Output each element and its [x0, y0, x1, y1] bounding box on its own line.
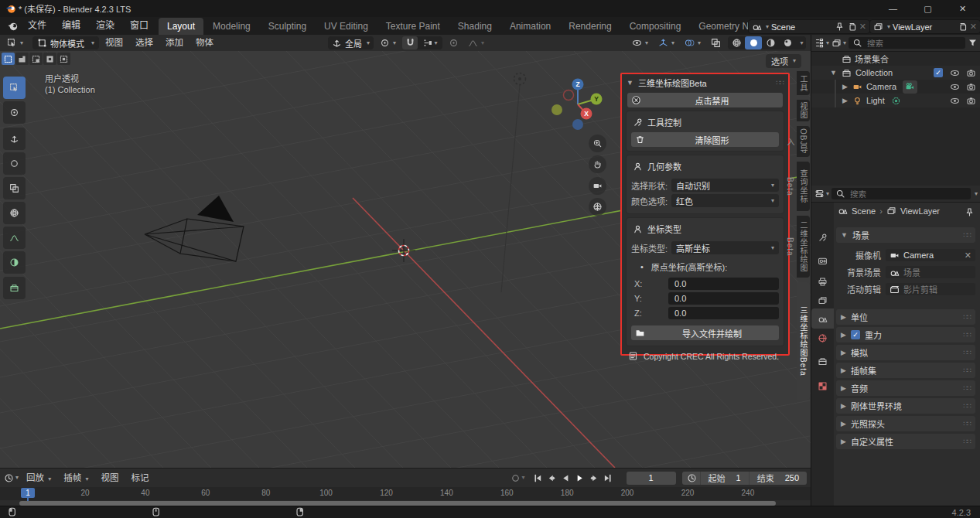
timeline-menu-插帧[interactable]: 插帧 ▾: [57, 470, 94, 486]
outliner-item-label[interactable]: Camera: [866, 82, 896, 91]
shading-options-button[interactable]: ▾: [796, 36, 806, 49]
properties-panel-光照探头[interactable]: ▶光照探头∷∷: [836, 416, 975, 431]
previous-keyframe-button[interactable]: [545, 472, 558, 484]
breadcrumb-pin-icon[interactable]: [965, 207, 975, 217]
pin-icon[interactable]: [835, 22, 845, 32]
menu-渲染[interactable]: 渲染: [88, 17, 122, 35]
properties-panel-刚体世界环境[interactable]: ▶刚体世界环境∷∷: [836, 398, 975, 414]
jump-to-start-button[interactable]: [531, 472, 545, 484]
zoom-view-button[interactable]: [589, 135, 606, 152]
play-button[interactable]: [573, 472, 586, 484]
pan-view-button[interactable]: [589, 155, 606, 173]
panel-grip[interactable]: ∷∷: [964, 313, 971, 321]
outliner-row-light[interactable]: ▶Light: [811, 94, 980, 107]
outliner-search-input[interactable]: [866, 38, 961, 49]
panel-grip[interactable]: ∷∷: [964, 331, 971, 339]
color-select[interactable]: 红色▾: [671, 194, 779, 207]
timeline-menu-标记[interactable]: 标记: [125, 470, 155, 486]
panel-grip[interactable]: ∷∷: [964, 402, 971, 410]
properties-search-input[interactable]: [849, 189, 967, 199]
shading-wireframe-button[interactable]: [728, 36, 745, 49]
scene-selector[interactable]: ▾ Scene ✕: [748, 19, 870, 34]
next-keyframe-button[interactable]: [587, 472, 600, 484]
viewlayer-selector[interactable]: ▾ ViewLayer ✕: [869, 19, 980, 34]
close-button[interactable]: ✕: [945, 0, 980, 17]
outliner-row-collection[interactable]: ▼Collection✓: [811, 66, 980, 80]
properties-editor-type-button[interactable]: ▾: [814, 189, 829, 199]
field-value[interactable]: Camera✕: [886, 249, 975, 261]
show-gizmo-button[interactable]: ▾: [655, 36, 678, 49]
properties-panel-单位[interactable]: ▶单位∷∷: [836, 309, 975, 325]
panel-grip[interactable]: ∷∷: [777, 79, 784, 87]
expand-caret[interactable]: ▶: [842, 83, 848, 90]
hide-eye-icon[interactable]: [950, 68, 960, 78]
field-value[interactable]: 场景: [886, 266, 975, 278]
panel-grip[interactable]: ∷∷: [964, 366, 971, 374]
render-visibility-icon[interactable]: [966, 96, 976, 106]
render-visibility-icon[interactable]: [966, 68, 976, 78]
snap-toggle[interactable]: [402, 36, 418, 49]
clear-graphics-button[interactable]: 清除图形: [631, 132, 779, 147]
shape-select[interactable]: 自动识别▾: [671, 179, 779, 192]
add-cube-tool-button[interactable]: [3, 277, 26, 299]
scale-tool-button[interactable]: [3, 177, 26, 199]
scene-panel-header[interactable]: ▼ 场景 ∷∷: [836, 227, 975, 243]
outliner-editor-type-button[interactable]: ▾: [814, 38, 829, 48]
workspace-tab-compositing[interactable]: Compositing: [621, 18, 690, 35]
properties-panel-重力[interactable]: ▶✓重力∷∷: [836, 327, 975, 342]
x-input[interactable]: 0.0: [668, 278, 779, 290]
outliner-search[interactable]: [849, 37, 965, 49]
disable-button[interactable]: 点击禁用: [627, 93, 783, 107]
panel-grip[interactable]: ∷∷: [964, 438, 971, 445]
move-tool-button[interactable]: [3, 128, 26, 150]
current-frame-field[interactable]: 1: [627, 472, 676, 485]
hide-eye-icon[interactable]: [950, 82, 960, 92]
outliner-row-camera[interactable]: ▶Camera: [811, 80, 980, 94]
playhead-chip[interactable]: 1: [21, 488, 35, 498]
workspace-tab-modeling[interactable]: Modeling: [204, 18, 259, 35]
workspace-tab-sculpting[interactable]: Sculpting: [260, 18, 315, 35]
timeline-editor-type-button[interactable]: ▾: [4, 473, 19, 483]
auto-keying-button[interactable]: ▾: [510, 473, 525, 483]
properties-tab-texture[interactable]: [811, 376, 834, 396]
pivot-point-button[interactable]: ▾: [377, 36, 399, 49]
shading-solid-button[interactable]: [745, 36, 762, 49]
y-input[interactable]: 0.0: [668, 292, 779, 305]
rotate-tool-button[interactable]: [3, 152, 26, 175]
transform-tool-button[interactable]: [3, 202, 26, 224]
shading-rendered-button[interactable]: [779, 36, 796, 49]
select-set-button[interactable]: [2, 53, 15, 65]
proportional-falloff-button[interactable]: ▾: [465, 36, 487, 49]
app-menu-icon[interactable]: [7, 20, 19, 33]
proportional-edit-toggle[interactable]: [446, 36, 462, 49]
panel-grip[interactable]: ∷∷: [964, 231, 971, 239]
timeline-menu-视图[interactable]: 视图: [94, 470, 125, 486]
properties-tab-view-layer[interactable]: [811, 290, 834, 310]
breadcrumb-viewlayer[interactable]: ViewLayer: [900, 206, 940, 216]
annotate-tool-button[interactable]: [3, 227, 26, 249]
viewport-options-button[interactable]: 选项▾: [766, 54, 801, 68]
perspective-toggle-button[interactable]: [589, 198, 606, 216]
panel-grip[interactable]: ∷∷: [964, 349, 971, 356]
jump-to-end-button[interactable]: [601, 472, 614, 484]
collection-checkbox[interactable]: ✓: [934, 68, 943, 77]
properties-tab-scene[interactable]: [811, 308, 834, 329]
menu-编辑[interactable]: 编辑: [54, 17, 88, 35]
properties-search[interactable]: [831, 188, 971, 199]
viewport-menu-选择[interactable]: 选择: [129, 35, 159, 51]
viewport-3d[interactable]: 用户透视 (1) Collection 选项▾ Z Y X: [0, 51, 811, 468]
delete-viewlayer-icon[interactable]: ✕: [970, 22, 977, 32]
properties-panel-音频[interactable]: ▶音频∷∷: [836, 380, 975, 396]
coord-type-select[interactable]: 高斯坐标▾: [671, 241, 779, 254]
addon-panel-header[interactable]: ▼ 三维坐标绘图Beta ∷∷: [622, 74, 788, 91]
properties-panel-自定义属性[interactable]: ▶自定义属性∷∷: [836, 434, 975, 449]
select-extend-button[interactable]: [15, 53, 29, 65]
use-preview-range-icon[interactable]: [687, 473, 697, 483]
show-overlays-button[interactable]: ▾: [681, 36, 704, 49]
geometry-section-header[interactable]: 几何参数: [630, 159, 780, 176]
outliner-item-label[interactable]: Collection: [855, 68, 893, 77]
sidebar-tab-视图[interactable]: 视图: [797, 100, 810, 121]
active-tool-button[interactable]: ▾: [4, 36, 26, 49]
select-subtract-button[interactable]: [29, 53, 43, 65]
sidebar-tab-二维坐标绘图Beta[interactable]: 二维坐标绘图Beta: [797, 216, 810, 278]
